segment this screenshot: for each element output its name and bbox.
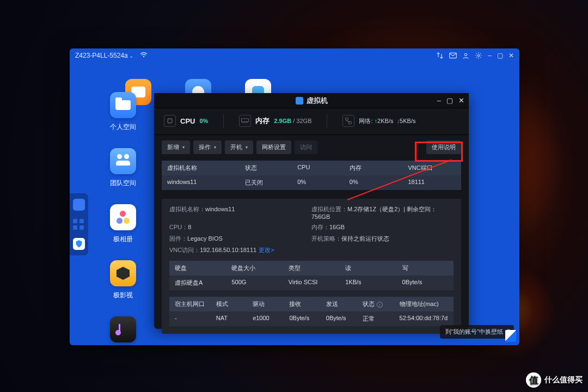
nic-row[interactable]: - NAT e1000 0Byte/s 0Byte/s 正常 52:54:00:… [169,311,454,326]
cpu-label: CPU [180,117,195,125]
cell-state: 已关闭 [240,175,292,190]
col-mem: 内存 [344,161,403,175]
watermark-text: 什么值得买 [544,375,583,385]
svg-point-2 [465,53,467,56]
d-name: windows11 [205,206,235,212]
note-icon [119,324,127,335]
cpu-metric: CPU 0% [164,115,208,127]
col-driver: 驱动 [247,297,284,311]
vnc-change-link[interactable]: 更改> [259,247,274,253]
vm-close-icon[interactable]: ✕ [458,96,464,105]
svg-rect-5 [242,119,249,122]
app-label: 团队空间 [110,179,136,188]
close-icon[interactable]: ✕ [509,52,514,59]
gear-icon[interactable] [475,52,482,59]
corner-flag-icon [505,330,516,342]
svg-rect-6 [346,118,348,120]
d-cpu: 8 [188,224,191,230]
vm-toolbar: 新增▾ 操作▾ 开机▾ 网桥设置 访问 使用说明 [154,135,469,160]
nas-titlebar: Z423-P4LL-5524a ⌄ – ▢ ✕ [70,48,519,63]
col-host: 宿主机网口 [169,297,211,311]
vm-list-header: 虚拟机名称 状态 CPU 内存 VNC端口 [162,161,461,175]
mem-used: 2.9GB [274,118,291,124]
title-dropdown-icon[interactable]: ⌄ [129,53,133,59]
app-label: 极影视 [113,291,133,300]
ops-button[interactable]: 操作▾ [193,140,222,154]
col-type: 类型 [283,261,340,275]
app-label: 个人空间 [110,122,136,132]
svg-point-0 [143,56,144,57]
net-label: 网络: [359,118,372,124]
app-videos[interactable]: 极影视 [110,260,136,300]
app-photos[interactable]: 极相册 [110,204,136,244]
app-music[interactable]: 极音乐 [110,316,136,345]
net-up: 2KB/s [377,118,393,124]
vm-list-row[interactable]: windows11 已关闭 0% 0% 18111 [162,175,461,190]
cell-vnc: 18111 [402,175,461,190]
hex-icon [117,267,130,280]
new-button[interactable]: 新增▾ [162,140,190,154]
col-name: 虚拟机名称 [162,161,240,175]
cell-cpu: 0% [292,175,344,190]
vm-maximize-icon[interactable]: ▢ [446,96,453,105]
dock-item-vm[interactable] [73,238,85,250]
maximize-icon[interactable]: ▢ [497,52,503,59]
app-team-space[interactable]: 团队空间 [110,148,136,188]
net-down: 5KB/s [400,118,415,124]
vm-list: 虚拟机名称 状态 CPU 内存 VNC端口 windows11 已关闭 0% 0… [162,161,461,190]
visit-button: 访问 [295,140,317,154]
memory-icon [239,115,251,127]
cpu-value: 0% [199,118,208,124]
dock-item-apps[interactable] [73,218,85,230]
network-icon [342,115,354,127]
cpu-icon [164,115,176,127]
vm-details: 虚拟机名称：windows11 虚拟机位置：M.2存储1Z（硬盘2）| 剩余空间… [162,199,461,334]
vm-window: 虚拟机 – ▢ ✕ CPU 0% 内存 2.9GB [154,93,469,329]
mail-icon[interactable] [449,52,457,59]
mem-metric: 内存 2.9GB / 32GB [239,115,311,127]
svg-rect-7 [349,122,352,124]
people-icon [116,157,130,166]
col-state: 状态 [240,161,292,175]
cell-name: windows11 [162,175,240,190]
svg-point-3 [478,54,480,57]
col-tx: 发送 [321,297,357,311]
vm-metrics: CPU 0% 内存 2.9GB / 32GB 网络: ↑2KB/s [154,108,469,135]
d-fw: Legacy BIOS [187,235,223,242]
info-icon[interactable]: i [377,302,383,308]
bridge-button[interactable]: 网桥设置 [256,140,291,154]
toast-text: 到“我的账号”中换壁纸 [445,328,503,335]
vm-minimize-icon[interactable]: – [437,96,441,105]
mem-label: 内存 [255,116,270,126]
nas-title[interactable]: Z423-P4LL-5524a [75,52,128,59]
transfer-icon[interactable] [436,52,444,59]
watermark-badge-icon: 值 [526,372,541,388]
col-disk: 硬盘 [169,261,226,275]
flower-icon [117,211,130,224]
dock-item-desktop[interactable] [73,199,85,211]
help-button[interactable]: 使用说明 [426,140,461,154]
col-read: 读 [340,261,396,275]
nas-window: Z423-P4LL-5524a ⌄ – ▢ ✕ [70,48,519,345]
disk-row[interactable]: 虚拟硬盘A 500G Virtio SCSI 1KB/s 0Byte/s [169,275,454,290]
app-personal-space[interactable]: 个人空间 [110,92,136,132]
col-mac: 物理地址(mac) [394,297,454,311]
minimize-icon[interactable]: – [488,52,492,59]
wallpaper-toast[interactable]: 到“我的账号”中换壁纸 ⊗ [440,325,514,339]
vm-title: 虚拟机 [307,96,328,106]
user-icon[interactable] [462,52,469,59]
col-size: 硬盘大小 [226,261,283,275]
col-mode: 模式 [211,297,247,311]
cell-mem: 0% [344,175,403,190]
net-metric: 网络: ↑2KB/s ↓5KB/s [342,115,415,127]
vm-titlebar: 虚拟机 – ▢ ✕ [154,93,469,108]
col-write: 写 [397,261,454,275]
d-vnc: 192.168.50.10:18111 [200,247,256,253]
disk-table: 硬盘 硬盘大小 类型 读 写 虚拟硬盘A 500G Virtio SCSI 1K… [169,261,454,290]
col-rx: 接收 [284,297,320,311]
vm-shield-icon [296,97,303,105]
power-button[interactable]: 开机▾ [225,140,253,154]
col-state: 状态i [357,297,394,311]
folder-icon [115,100,131,110]
wifi-icon[interactable] [140,52,148,60]
